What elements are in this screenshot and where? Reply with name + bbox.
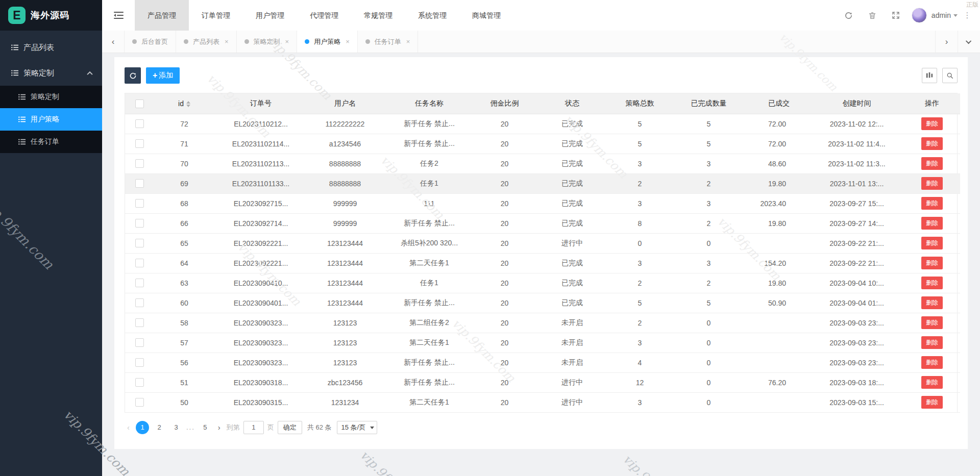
- row-checkbox[interactable]: [135, 239, 144, 247]
- tab-close-icon[interactable]: ×: [346, 38, 350, 45]
- row-checkbox[interactable]: [135, 219, 144, 228]
- toggle-columns-button[interactable]: [922, 68, 937, 83]
- cell-order_no: EL2023092714...: [215, 213, 307, 233]
- cell-task: 第二组任务2: [383, 313, 475, 333]
- cell-total: 5: [610, 114, 669, 134]
- user-dropdown[interactable]: admin: [912, 8, 958, 23]
- cell-id: 63: [154, 273, 215, 293]
- row-checkbox[interactable]: [135, 279, 144, 287]
- tab-close-icon[interactable]: ×: [285, 38, 289, 45]
- cell-task: 新手任务 禁止...: [383, 114, 475, 134]
- delete-button[interactable]: 删除: [921, 177, 943, 190]
- page-number-1[interactable]: 1: [136, 421, 149, 434]
- goto-label: 到第: [227, 423, 240, 432]
- page-prev-icon[interactable]: ‹: [125, 423, 132, 432]
- row-checkbox[interactable]: [135, 199, 144, 208]
- more-menu-icon[interactable]: ⋮: [958, 11, 977, 20]
- sidebar-collapse-icon[interactable]: [102, 0, 135, 31]
- row-checkbox[interactable]: [135, 159, 144, 168]
- sidebar-item-label: 策略定制: [23, 68, 54, 78]
- page-number-3[interactable]: 3: [169, 421, 183, 434]
- tab-用户策略[interactable]: 用户策略×: [297, 31, 358, 53]
- delete-button[interactable]: 删除: [921, 336, 943, 349]
- page-number-2[interactable]: 2: [153, 421, 166, 434]
- delete-button[interactable]: 删除: [921, 316, 943, 329]
- topnav-item-代理管理[interactable]: 代理管理: [297, 0, 351, 31]
- delete-button[interactable]: 删除: [921, 217, 943, 230]
- delete-button[interactable]: 删除: [921, 396, 943, 409]
- delete-button[interactable]: 删除: [921, 237, 943, 249]
- delete-button[interactable]: 删除: [921, 257, 943, 269]
- tabs-scroll-right-icon[interactable]: ›: [935, 31, 958, 53]
- row-checkbox[interactable]: [135, 378, 144, 387]
- page-number-5[interactable]: 5: [199, 421, 212, 434]
- row-checkbox[interactable]: [135, 259, 144, 267]
- page-size-select[interactable]: 15 条/页: [337, 421, 378, 434]
- delete-button[interactable]: 删除: [921, 376, 943, 389]
- cell-created: 2023-09-03 15:...: [810, 392, 904, 412]
- row-checkbox[interactable]: [135, 298, 144, 307]
- cell-id: 69: [154, 173, 215, 193]
- row-checkbox[interactable]: [135, 318, 144, 327]
- search-button[interactable]: [942, 68, 958, 83]
- tab-close-icon[interactable]: ×: [225, 38, 229, 45]
- tab-dot-icon: [244, 39, 249, 44]
- tab-策略定制[interactable]: 策略定制×: [237, 31, 298, 53]
- goto-page-input[interactable]: [243, 421, 264, 434]
- topnav-item-系统管理[interactable]: 系统管理: [405, 0, 459, 31]
- sidebar-item-策略定制[interactable]: 策略定制: [0, 60, 102, 86]
- row-select-cell: [125, 253, 154, 273]
- cell-task: 新手任务 禁止...: [383, 372, 475, 392]
- cell-total: 3: [610, 154, 669, 173]
- tab-label: 后台首页: [141, 37, 168, 46]
- row-checkbox[interactable]: [135, 179, 144, 188]
- cell-id: 64: [154, 253, 215, 273]
- fullscreen-icon[interactable]: [884, 0, 908, 31]
- topnav-item-常规管理[interactable]: 常规管理: [351, 0, 405, 31]
- delete-button[interactable]: 删除: [921, 137, 943, 150]
- refresh-table-button[interactable]: [125, 67, 141, 84]
- cell-username: a1234546: [307, 134, 383, 154]
- cell-done: 0: [669, 313, 748, 333]
- delete-button[interactable]: 删除: [921, 197, 943, 210]
- refresh-icon[interactable]: [837, 0, 861, 31]
- page-next-icon[interactable]: ›: [215, 423, 223, 432]
- column-header-操作: 操作: [904, 93, 960, 114]
- topnav-item-商城管理[interactable]: 商城管理: [459, 0, 513, 31]
- table-row: 63EL2023090410...123123444任务120已完成2219.8…: [125, 273, 960, 293]
- topnav-item-订单管理[interactable]: 订单管理: [189, 0, 243, 31]
- sidebar-item-策略定制[interactable]: 策略定制: [0, 86, 102, 108]
- row-checkbox[interactable]: [135, 119, 144, 128]
- cell-action: 删除: [904, 253, 960, 273]
- sidebar-item-产品列表[interactable]: 产品列表: [0, 35, 102, 60]
- add-button[interactable]: + 添加: [146, 67, 180, 84]
- delete-button[interactable]: 删除: [921, 296, 943, 309]
- row-checkbox[interactable]: [135, 398, 144, 407]
- row-checkbox[interactable]: [135, 139, 144, 148]
- tab-label: 产品列表: [193, 37, 219, 46]
- row-select-cell: [125, 313, 154, 333]
- sidebar-item-用户策略[interactable]: 用户策略: [0, 108, 102, 131]
- tab-任务订单[interactable]: 任务订单×: [358, 31, 419, 53]
- tab-后台首页[interactable]: 后台首页: [125, 31, 176, 53]
- table-row: 57EL2023090323...123123第二天任务120未开启302023…: [125, 333, 960, 353]
- delete-button[interactable]: 删除: [921, 157, 943, 170]
- tabs-scroll-left-icon[interactable]: ‹: [102, 31, 125, 53]
- column-header-id[interactable]: id: [154, 93, 215, 114]
- tabs-menu-icon[interactable]: [958, 31, 980, 53]
- clear-cache-icon[interactable]: [861, 0, 884, 31]
- sidebar-item-任务订单[interactable]: 任务订单: [0, 131, 102, 153]
- avatar[interactable]: [912, 8, 927, 23]
- sort-icon[interactable]: [186, 101, 190, 107]
- select-all-checkbox[interactable]: [135, 99, 144, 108]
- tab-产品列表[interactable]: 产品列表×: [176, 31, 237, 53]
- topnav-item-产品管理[interactable]: 产品管理: [135, 0, 189, 31]
- row-checkbox[interactable]: [135, 338, 144, 347]
- goto-confirm-button[interactable]: 确定: [278, 421, 302, 434]
- tab-close-icon[interactable]: ×: [406, 38, 410, 45]
- row-checkbox[interactable]: [135, 358, 144, 367]
- topnav-item-用户管理[interactable]: 用户管理: [243, 0, 297, 31]
- delete-button[interactable]: 删除: [921, 277, 943, 289]
- delete-button[interactable]: 删除: [921, 356, 943, 369]
- delete-button[interactable]: 删除: [921, 117, 943, 130]
